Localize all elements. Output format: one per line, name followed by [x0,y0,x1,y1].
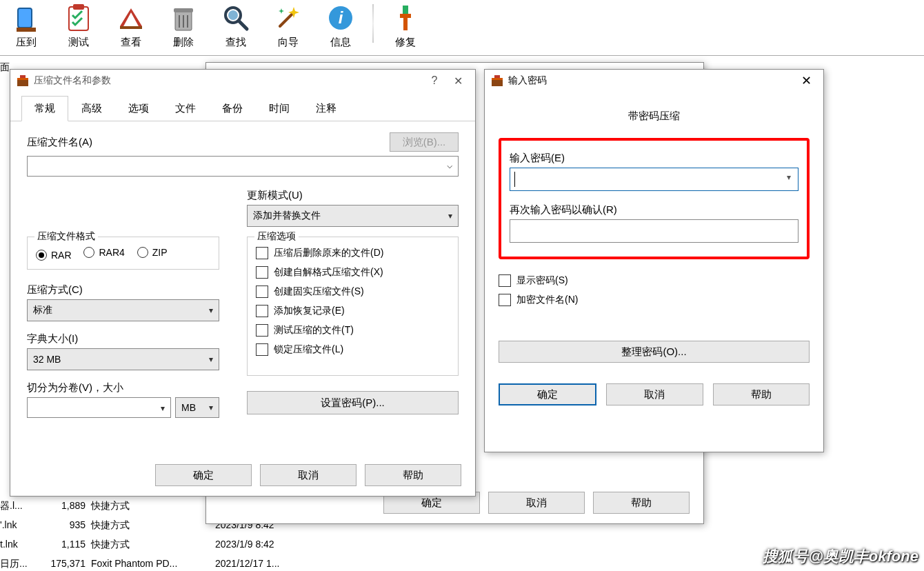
chk-encrypt-names[interactable]: 加密文件名(N) [499,294,810,306]
watermark: 搜狐号@奥凯丰okfone [763,546,918,567]
list-item[interactable]: 器.l... [0,500,23,512]
chk-recovery[interactable]: 添加恢复记录(E) [256,305,450,317]
archive-dialog: 压缩文件名和参数 ? ✕ 常规 高级 选项 文件 备份 时间 注释 压缩文件名(… [10,69,476,497]
help-icon[interactable]: ? [423,74,446,87]
split-label: 切分为分卷(V)，大小 [27,381,219,394]
list-item[interactable]: 面 [0,61,10,74]
extract-to-icon [10,1,43,34]
archive-name-input[interactable] [27,156,459,177]
ok-button[interactable]: 确定 [155,464,252,486]
confirm-password-input[interactable] [510,219,799,243]
list-item[interactable]: 1,889 快捷方式 [29,500,215,512]
svg-point-11 [228,10,238,20]
svg-line-13 [280,12,294,26]
password-dialog: 输入密码 ✕ 带密码压缩 输入密码(E) 再次输入密码以确认(R) 显示密码(S… [484,69,824,452]
cancel-button[interactable]: 取消 [488,492,585,514]
radio-rar4[interactable]: RAR4 [83,247,124,258]
chk-solid[interactable]: 创建固实压缩文件(S) [256,286,450,298]
cancel-button[interactable]: 取消 [606,383,703,405]
svg-rect-18 [403,6,408,15]
highlight-box: 输入密码(E) 再次输入密码以确认(R) [499,138,810,259]
set-password-button[interactable]: 设置密码(P)... [247,391,459,414]
list-item: 1,115 快捷方式 2023/1/9 8:42 [29,539,274,551]
method-select[interactable]: 标准 [27,299,219,321]
svg-rect-4 [120,26,142,29]
list-item[interactable]: t.lnk [0,539,18,550]
trash-icon [167,1,200,34]
toolbar-label: 查看 [105,36,157,49]
confirm-password-label: 再次输入密码以确认(R) [510,203,799,217]
subtitle: 带密码压缩 [499,110,810,123]
svg-rect-19 [400,14,411,18]
chk-delete-after[interactable]: 压缩后删除原来的文件(D) [256,247,450,259]
browse-button[interactable]: 浏览(B)... [390,132,459,152]
svg-rect-1 [17,28,36,32]
tab-time[interactable]: 时间 [256,96,303,121]
tab-backup[interactable]: 备份 [209,96,256,121]
tab-comment[interactable]: 注释 [303,96,350,121]
close-icon[interactable]: ✕ [794,73,818,88]
toolbar-info[interactable]: i 信息 [314,1,367,49]
toolbar-extract-to[interactable]: 压到 [0,1,52,49]
tab-advanced[interactable]: 高级 [68,96,115,121]
update-mode-select[interactable]: 添加并替换文件 [247,205,459,227]
tab-options[interactable]: 选项 [115,96,162,121]
toolbar-wizard[interactable]: 向导 [262,1,314,49]
chk-test[interactable]: 测试压缩的文件(T) [256,324,450,337]
toolbar-test[interactable]: 测试 [52,1,105,49]
toolbar-repair[interactable]: 修复 [379,1,432,49]
chk-show-password[interactable]: 显示密码(S) [499,274,810,287]
chk-lock[interactable]: 锁定压缩文件(L) [256,343,450,356]
tabs: 常规 高级 选项 文件 备份 时间 注释 [10,93,475,121]
toolbar-delete[interactable]: 删除 [157,1,210,49]
cancel-button[interactable]: 取消 [260,464,356,486]
svg-rect-20 [403,18,408,30]
chk-sfx[interactable]: 创建自解格式压缩文件(X) [256,266,450,279]
toolbar-label: 向导 [262,36,314,49]
radio-zip[interactable]: ZIP [137,247,168,258]
organize-passwords-button[interactable]: 整理密码(O)... [499,341,810,363]
help-button[interactable]: 帮助 [713,383,810,405]
titlebar[interactable]: 压缩文件名和参数 ? ✕ [10,70,475,92]
winrar-icon [16,74,30,88]
svg-rect-3 [73,4,84,10]
titlebar[interactable]: 输入密码 ✕ [485,70,823,92]
toolbar-find[interactable]: 查找 [210,1,262,49]
help-button[interactable]: 帮助 [365,464,461,486]
method-label: 压缩方式(C) [27,283,219,297]
ok-button[interactable]: 确定 [499,383,596,405]
tab-general[interactable]: 常规 [21,96,68,121]
radio-rar[interactable]: RAR [36,250,72,261]
toolbar-label: 查找 [210,36,262,49]
svg-rect-23 [17,78,28,80]
dialog-title: 输入密码 [508,74,547,87]
options-group: 压缩选项 压缩后删除原来的文件(D) 创建自解格式压缩文件(X) 创建固实压缩文… [247,237,459,376]
main-toolbar: 压到 测试 查看 删除 查找 向导 i 信息 [0,0,924,55]
list-item[interactable]: '.lnk [0,519,17,530]
password-input[interactable] [510,168,799,191]
archive-name-label: 压缩文件名(A) [27,136,384,149]
split-unit-select[interactable]: MB [175,397,219,418]
toolbar-label: 压到 [0,36,52,49]
list-item[interactable]: 日历... [0,558,28,570]
toolbar-separator [372,4,374,43]
toolbar-label: 删除 [157,36,210,49]
enter-password-label: 输入密码(E) [510,152,799,165]
format-group: 压缩文件格式 RAR RAR4 ZIP [27,237,219,270]
info-icon: i [324,1,357,34]
repair-icon [389,1,422,34]
dialog-title: 压缩文件名和参数 [34,74,111,87]
toolbar-label: 信息 [314,36,367,49]
winrar-icon [490,74,504,88]
svg-line-12 [239,21,247,29]
wizard-icon [272,1,305,34]
dict-select[interactable]: 32 MB [27,348,219,370]
toolbar-view[interactable]: 查看 [105,1,157,49]
close-icon[interactable]: ✕ [446,74,470,88]
tab-files[interactable]: 文件 [162,96,209,121]
split-size-input[interactable] [27,397,171,418]
find-icon [219,1,252,34]
toolbar-label: 修复 [379,36,432,49]
help-button[interactable]: 帮助 [593,492,690,514]
test-icon [62,1,95,34]
